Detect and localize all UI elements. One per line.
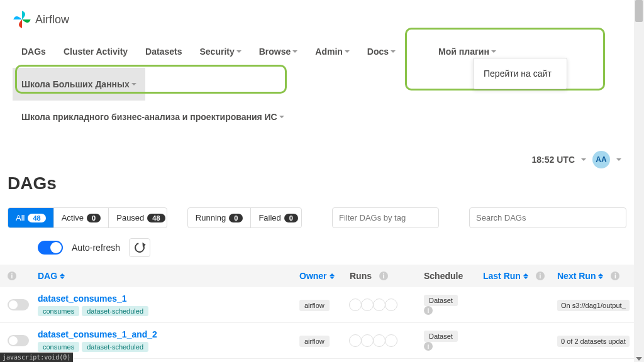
owner-tag[interactable]: airflow (299, 300, 330, 311)
vertical-scrollbar[interactable] (634, 0, 644, 362)
scroll-down-icon[interactable] (636, 357, 642, 361)
filter-paused[interactable]: Paused48 (109, 208, 167, 228)
user-avatar[interactable]: AA (592, 151, 610, 168)
info-icon[interactable]: i (424, 306, 433, 315)
dag-link[interactable]: dataset_consumes_1 (38, 293, 299, 304)
filter-all[interactable]: All48 (8, 208, 54, 228)
col-schedule: Schedule (424, 271, 483, 281)
scrollbar-thumb[interactable] (635, 0, 643, 22)
table-header: i DAG Owner Runs i Schedule Last Run i N… (0, 265, 634, 287)
dag-search[interactable] (469, 207, 626, 228)
browser-statusbar: javascript:void(0) (0, 353, 73, 362)
chevron-down-icon (491, 50, 496, 53)
table-row: dataset_consumes_1_and_2consumesdataset-… (0, 323, 634, 359)
dags-table: i DAG Owner Runs i Schedule Last Run i N… (0, 265, 634, 362)
auto-refresh-label: Auto-refresh (72, 243, 120, 253)
run-status-circles[interactable] (350, 299, 424, 311)
refresh-button[interactable] (129, 238, 150, 257)
brand-text: Airflow (35, 13, 69, 26)
col-dag[interactable]: DAG (38, 271, 299, 281)
chevron-down-icon (391, 50, 396, 53)
brand-logo[interactable]: Airflow (13, 10, 69, 29)
dag-search-input[interactable] (469, 207, 626, 228)
next-run-text: 0 of 2 datasets updat (557, 336, 630, 347)
filter-failed[interactable]: Failed0 (251, 208, 302, 228)
dag-tag[interactable]: dataset-scheduled (82, 342, 148, 352)
tag-filter[interactable] (332, 207, 439, 228)
info-icon[interactable]: i (424, 342, 433, 351)
state-filter-group: Running0 Failed0 (187, 207, 302, 228)
chevron-down-icon (581, 158, 586, 161)
dag-link[interactable]: dataset_consumes_1_and_2 (38, 329, 299, 339)
auto-refresh-toggle[interactable] (38, 241, 63, 255)
chevron-down-icon (279, 116, 284, 118)
nav-datasets[interactable]: Datasets (136, 35, 191, 68)
chevron-down-icon (292, 50, 297, 53)
dag-pause-toggle[interactable] (8, 335, 29, 346)
page-title: DAGs (0, 173, 634, 201)
run-status-circles[interactable] (350, 334, 424, 347)
info-icon[interactable]: i (611, 272, 619, 280)
table-row: dataset_consumes_1_never_scheduledconsum… (0, 359, 634, 362)
info-icon[interactable]: i (536, 272, 545, 280)
nav-browse[interactable]: Browse (250, 35, 307, 68)
nav-business-analysis-school[interactable]: Школа прикладного бизнес-анализа и проек… (13, 101, 293, 133)
info-icon[interactable]: i (8, 272, 16, 280)
col-next-run[interactable]: Next Run i (557, 271, 626, 281)
filter-active[interactable]: Active0 (54, 208, 109, 228)
dropdown-go-to-site[interactable]: Перейти на сайт (474, 63, 567, 84)
chevron-down-icon (236, 50, 242, 53)
table-row: dataset_consumes_1consumesdataset-schedu… (0, 287, 634, 323)
status-filter-group: All48 Active0 Paused48 (8, 207, 167, 228)
col-runs: Runs i (350, 271, 424, 281)
airflow-pinwheel-icon (13, 10, 31, 29)
tag-filter-input[interactable] (332, 207, 439, 228)
dag-tag[interactable]: consumes (38, 306, 79, 316)
filter-running[interactable]: Running0 (188, 208, 252, 228)
chevron-down-icon (616, 158, 621, 161)
owner-tag[interactable]: airflow (299, 336, 330, 347)
main-nav: DAGs Cluster Activity Datasets Security … (0, 35, 634, 146)
sort-icon (330, 273, 335, 279)
nav-big-data-school[interactable]: Школа Больших Данных (13, 68, 145, 101)
col-owner[interactable]: Owner (299, 271, 350, 281)
chevron-down-icon (131, 83, 136, 85)
nav-admin[interactable]: Admin (306, 35, 358, 68)
nav-cluster-activity[interactable]: Cluster Activity (55, 35, 136, 68)
dag-tag[interactable]: consumes (38, 342, 79, 352)
next-run-text: On s3://dag1/output_ (557, 300, 630, 311)
nav-dags[interactable]: DAGs (13, 35, 55, 68)
sort-icon (598, 273, 603, 279)
col-last-run[interactable]: Last Run i (483, 271, 557, 281)
dropdown-menu: Перейти на сайт (473, 58, 567, 89)
dag-pause-toggle[interactable] (8, 299, 29, 310)
schedule-tag[interactable]: Dataset (424, 331, 458, 342)
info-icon[interactable]: i (379, 272, 388, 280)
sort-icon (60, 273, 65, 279)
nav-docs[interactable]: Docs (358, 35, 404, 68)
schedule-tag[interactable]: Dataset (424, 295, 458, 306)
server-time[interactable]: 18:52 UTC (532, 155, 575, 165)
chevron-down-icon (345, 50, 350, 53)
dag-tag[interactable]: dataset-scheduled (82, 306, 148, 316)
nav-security[interactable]: Security (191, 35, 250, 68)
sort-icon (523, 273, 528, 279)
refresh-icon (133, 241, 147, 255)
